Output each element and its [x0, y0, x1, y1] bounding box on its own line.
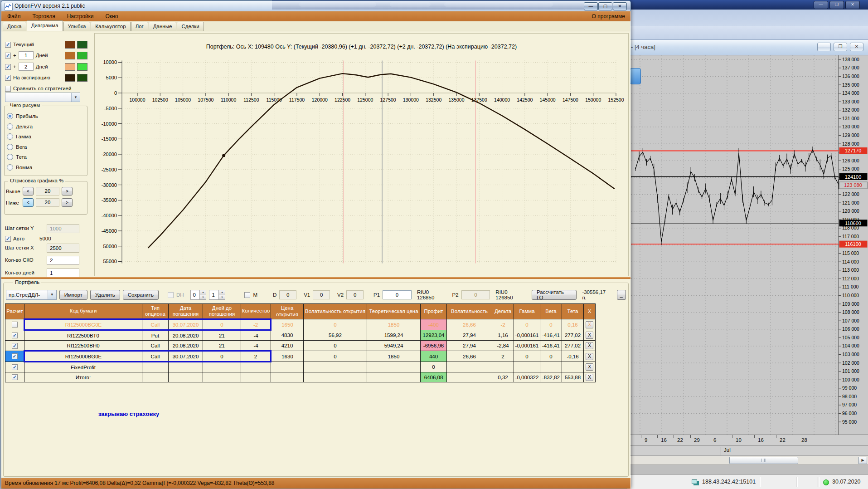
- compare-strategy-checkbox[interactable]: [5, 86, 11, 92]
- chart-close-button[interactable]: ✕: [850, 43, 863, 51]
- terminal-date: 30.07.2020: [832, 479, 861, 485]
- delete-row-button[interactable]: X: [586, 342, 593, 349]
- spin-up-icon[interactable]: ▲: [219, 290, 225, 295]
- svg-text:137500: 137500: [471, 97, 487, 103]
- row-checkbox[interactable]: ✓: [12, 333, 18, 338]
- row-checkbox-cell[interactable]: ✓: [5, 351, 24, 362]
- svg-text:152500: 152500: [608, 97, 624, 103]
- auto-checkbox[interactable]: ✓: [5, 236, 11, 242]
- tab-Данные[interactable]: Данные: [149, 22, 177, 31]
- spin-down-icon[interactable]: ▼: [219, 295, 225, 300]
- delete-row-button[interactable]: X: [586, 353, 593, 360]
- bg-restore-button[interactable]: ❐: [829, 1, 844, 9]
- collapse-button[interactable]: _: [617, 290, 626, 300]
- series-checkbox-3[interactable]: ✓: [5, 75, 11, 81]
- row-checkbox[interactable]: ✓: [12, 343, 18, 349]
- scrollbar-right-arrow[interactable]: ▶: [858, 457, 867, 464]
- save-button[interactable]: Сохранить: [123, 290, 159, 300]
- cell-type: Put: [142, 330, 169, 341]
- radio-icon[interactable]: [7, 154, 13, 160]
- bg-minimize-button[interactable]: —: [814, 1, 828, 9]
- below-increase-button[interactable]: >: [62, 198, 73, 207]
- radio-icon[interactable]: [7, 123, 13, 130]
- draw-option-Гамма[interactable]: Гамма: [7, 133, 31, 140]
- radio-icon[interactable]: [7, 113, 13, 119]
- series-days-input-2[interactable]: 2: [19, 63, 34, 71]
- tab-Сделки[interactable]: Сделки: [177, 22, 204, 31]
- m-checkbox[interactable]: [244, 292, 250, 298]
- tab-Калькулятор[interactable]: Калькулятор: [91, 22, 130, 31]
- sko-label: Кол-во СКО: [5, 257, 34, 263]
- menu-Настройки[interactable]: Настройки: [61, 13, 100, 20]
- strategy-dropdown[interactable]: ▾: [5, 93, 80, 102]
- spin-down-icon[interactable]: ▼: [200, 295, 206, 300]
- delete-row-button[interactable]: X: [586, 374, 593, 381]
- close-button[interactable]: ✕: [613, 2, 627, 10]
- delete-row-button[interactable]: X: [586, 363, 593, 371]
- grid-x-input[interactable]: 2500: [47, 244, 79, 253]
- svg-text:-5000: -5000: [104, 106, 117, 111]
- maximize-button[interactable]: ▢: [598, 2, 612, 10]
- bg-close-button[interactable]: ✕: [845, 1, 860, 9]
- minimize-button[interactable]: —: [584, 2, 598, 10]
- draw-option-Вомма[interactable]: Вомма: [7, 164, 32, 171]
- delete-row-button[interactable]: X: [586, 321, 593, 328]
- row-checkbox-cell[interactable]: ✓: [5, 372, 24, 382]
- cell-type: Call: [142, 351, 169, 362]
- chart-window-titlebar[interactable]: - [4 часа] — ❐ ✕: [627, 40, 868, 55]
- chart-restore-button[interactable]: ❐: [834, 43, 847, 51]
- row-checkbox-cell[interactable]: ✓: [5, 341, 24, 351]
- above-decrease-button[interactable]: <: [23, 187, 34, 196]
- p2-input[interactable]: 0: [461, 290, 490, 299]
- radio-icon[interactable]: [7, 164, 13, 171]
- sko-input[interactable]: 2: [47, 256, 79, 265]
- dh-checkbox[interactable]: [168, 292, 174, 298]
- grid-y-input[interactable]: 1000: [47, 224, 79, 233]
- delete-row-button[interactable]: X: [586, 332, 593, 339]
- series-days-input-1[interactable]: 1: [19, 51, 34, 59]
- below-decrease-button[interactable]: <: [23, 198, 34, 207]
- days-count-input[interactable]: 1: [47, 269, 79, 278]
- row-checkbox[interactable]: ✓: [12, 353, 18, 359]
- draw-option-Вега[interactable]: Вега: [7, 144, 27, 150]
- horizontal-scrollbar[interactable]: ▶: [627, 455, 868, 465]
- row-checkbox[interactable]: ✓: [12, 364, 18, 370]
- menu-Файл[interactable]: Файл: [1, 13, 27, 20]
- scrollbar-thumb[interactable]: [729, 457, 798, 464]
- cell-theo: 1850: [367, 351, 421, 362]
- tab-Лог[interactable]: Лог: [131, 22, 148, 31]
- draw-option-Дельта[interactable]: Дельта: [7, 123, 33, 130]
- row-checkbox-cell[interactable]: ✓: [5, 330, 24, 341]
- tab-Диаграмма[interactable]: Диаграмма: [27, 20, 63, 31]
- draw-option-Тета[interactable]: Тета: [7, 154, 27, 160]
- series-checkbox-0[interactable]: ✓: [5, 42, 11, 48]
- tab-Улыбка[interactable]: Улыбка: [63, 22, 91, 31]
- calc-go-button[interactable]: Рассчитать ГО: [532, 290, 577, 300]
- row-checkbox-cell[interactable]: ✓: [5, 362, 24, 372]
- series-checkbox-1[interactable]: ✓: [5, 53, 11, 59]
- row-checkbox[interactable]: [12, 322, 18, 328]
- titlebar[interactable]: OptionFVV версия 2.1 public — ▢ ✕: [1, 0, 631, 11]
- preset-dropdown[interactable]: пр.СтреДДЛ- ▾: [6, 290, 57, 300]
- row-checkbox[interactable]: ✓: [12, 374, 18, 380]
- above-increase-button[interactable]: >: [62, 187, 73, 196]
- draw-option-Прибыль[interactable]: Прибыль: [7, 113, 38, 119]
- delete-button[interactable]: Удалить: [90, 290, 120, 300]
- radio-icon[interactable]: [7, 133, 13, 140]
- spin2[interactable]: 1 ▲▼: [209, 290, 225, 300]
- radio-icon[interactable]: [7, 144, 13, 150]
- spin-up-icon[interactable]: ▲: [200, 290, 206, 295]
- tab-Доска[interactable]: Доска: [3, 22, 26, 31]
- toolbar-button-fragment[interactable]: [630, 68, 641, 84]
- row-checkbox-cell[interactable]: [5, 319, 24, 330]
- import-button[interactable]: Импорт: [59, 290, 87, 300]
- p1-input[interactable]: 0: [383, 290, 412, 299]
- series-checkbox-2[interactable]: ✓: [5, 64, 11, 70]
- menu-about[interactable]: О программе: [592, 13, 630, 20]
- time-axis: 9162229610162228: [627, 435, 868, 445]
- chart-minimize-button[interactable]: —: [817, 43, 831, 51]
- spin1[interactable]: 0 ▲▼: [190, 290, 207, 300]
- svg-text:118600: 118600: [845, 220, 861, 226]
- menu-Торговля[interactable]: Торговля: [27, 13, 61, 20]
- menu-Окно[interactable]: Окно: [100, 13, 124, 20]
